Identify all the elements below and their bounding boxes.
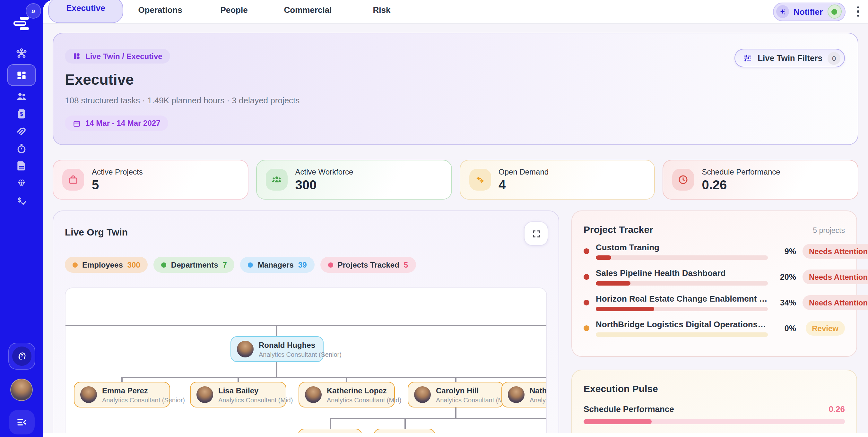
stat-open-demand: Open Demand 4 <box>459 160 655 200</box>
tracker-row: Horizon Real Estate Change Enablement Pr… <box>584 294 845 311</box>
sparkles-icon <box>776 5 789 18</box>
help-head-icon: ? <box>12 346 31 366</box>
avatar <box>80 386 97 403</box>
page-subtitle: 108 structured tasks · 1.49K planned hou… <box>65 96 846 105</box>
more-menu-button[interactable] <box>854 4 862 20</box>
org-connector-line <box>455 407 456 418</box>
collapse-menu-button[interactable] <box>9 410 34 434</box>
billing-icon[interactable]: $ <box>10 107 32 121</box>
tab-people[interactable]: People <box>197 0 271 23</box>
project-tracker-card: Project Tracker 5 projects Custom Tranin… <box>571 210 857 357</box>
org-chart-panel[interactable]: Ronald HughesAnalytics Consultant (Senio… <box>65 288 547 433</box>
fullscreen-icon <box>531 229 541 238</box>
pulse-title: Execution Pulse <box>584 383 845 394</box>
gem-icon[interactable] <box>10 176 32 190</box>
tracker-row: Custom Traning 9% Needs Attention <box>584 242 845 260</box>
tab-commercial[interactable]: Commercial <box>271 0 345 23</box>
svg-text:$: $ <box>18 196 22 203</box>
clock-icon <box>673 169 694 191</box>
tracker-row: Sales Pipeline Health Dashboard 20% Need… <box>584 268 845 285</box>
breadcrumb: Live Twin / Executive <box>65 49 170 64</box>
filters-count-badge: 0 <box>828 52 840 65</box>
org-legend: Employees300 Departments7 Managers39 Pro… <box>65 257 547 273</box>
status-badge: Needs Attention <box>803 295 868 310</box>
chip-employees: Employees300 <box>65 257 148 273</box>
sidebar-nav: $ <box>7 47 36 207</box>
live-org-twin-card: Live Org Twin Employees300 Departments7 <box>53 210 559 433</box>
status-dot <box>584 248 589 254</box>
org-connector-line <box>238 377 239 382</box>
fullscreen-button[interactable] <box>524 222 548 246</box>
hero-card: Live Twin / Executive Executive 108 stru… <box>53 33 858 145</box>
org-node[interactable]: Carolyn HillAnalytics Consultant (Mid) <box>408 382 504 407</box>
stat-schedule-performance: Schedule Performance 0.26 <box>663 160 859 200</box>
people-icon[interactable] <box>10 90 32 103</box>
timer-icon[interactable] <box>10 142 32 155</box>
svg-text:?: ? <box>21 353 23 358</box>
org-connector-line <box>276 362 277 377</box>
org-node[interactable] <box>298 429 362 433</box>
tab-operations[interactable]: Operations <box>123 0 197 23</box>
assistant-button[interactable]: ? <box>8 343 35 370</box>
grid-icon <box>72 52 81 60</box>
avatar <box>196 386 213 403</box>
avatar <box>237 341 254 358</box>
page-title: Executive <box>65 71 846 89</box>
chip-departments: Departments7 <box>154 257 235 273</box>
handshake-icon[interactable] <box>10 125 32 138</box>
progress-bar <box>596 332 768 337</box>
chip-managers: Managers39 <box>241 257 315 273</box>
progress-bar <box>596 256 768 260</box>
stat-active-workforce: Active Workforce 300 <box>256 160 452 200</box>
progress-bar <box>596 307 768 311</box>
notifier-button[interactable]: Notifier <box>773 2 845 21</box>
org-node[interactable]: Lisa BaileyAnalytics Consultant (Mid) <box>190 382 286 407</box>
workforce-icon <box>266 169 288 191</box>
org-connector-line <box>455 377 456 382</box>
date-range-chip[interactable]: 14 Mar - 14 Mar 2027 <box>65 115 168 131</box>
briefcase-icon <box>62 169 84 191</box>
org-connector-line <box>121 377 122 382</box>
status-badge: Needs Attention <box>803 244 868 259</box>
user-avatar[interactable] <box>10 379 33 401</box>
execution-pulse-card: Execution Pulse Schedule Performance 0.2… <box>571 370 857 433</box>
top-tabs: Executive Operations People Commercial R… <box>48 0 418 23</box>
stats-row: Active Projects 5 Active Workforce 300 <box>53 160 858 200</box>
document-icon[interactable] <box>10 159 32 173</box>
sliders-icon <box>743 53 752 63</box>
tracker-title: Project Tracker <box>584 224 653 235</box>
status-dot <box>584 274 589 280</box>
avatar <box>305 386 322 403</box>
topbar: Executive Operations People Commercial R… <box>43 0 868 24</box>
org-connector-line <box>330 418 547 419</box>
sidebar-item-dashboard[interactable] <box>7 64 36 86</box>
org-node-root[interactable]: Ronald HughesAnalytics Consultant (Senio… <box>230 336 323 362</box>
avatar <box>508 386 525 403</box>
org-network-icon[interactable] <box>10 47 32 60</box>
org-node[interactable] <box>374 429 435 433</box>
org-node[interactable]: Emma PerezAnalytics Consultant (Senior) <box>74 382 170 407</box>
status-dot <box>584 300 589 305</box>
tracker-count: 5 projects <box>813 227 845 234</box>
live-twin-filters-button[interactable]: Live Twin Filters 0 <box>735 49 845 67</box>
notifier-label: Notifier <box>794 7 823 16</box>
app-logo <box>12 17 31 30</box>
progress-bar <box>584 419 845 424</box>
sidebar-expand-button[interactable]: » <box>26 3 41 19</box>
status-badge: Review <box>805 321 845 336</box>
sidebar: » <box>0 0 43 437</box>
org-connector-line <box>276 325 277 336</box>
tab-risk[interactable]: Risk <box>345 0 418 23</box>
transfer-arrows-icon <box>469 169 491 191</box>
avatar <box>414 386 431 403</box>
stat-active-projects: Active Projects 5 <box>53 160 248 200</box>
org-title: Live Org Twin <box>65 227 547 237</box>
payout-icon[interactable]: $ <box>10 194 32 207</box>
org-connector-line <box>404 418 405 429</box>
svg-text:$: $ <box>20 111 23 117</box>
chip-projects-tracked: Projects Tracked5 <box>320 257 416 273</box>
org-node[interactable]: Katherine LopezAnalytics Consultant (Mid… <box>299 382 395 407</box>
content-scroll[interactable]: Live Twin / Executive Executive 108 stru… <box>43 24 868 433</box>
org-node[interactable]: NathanAnalytics <box>501 382 547 407</box>
tab-executive[interactable]: Executive <box>48 0 123 23</box>
